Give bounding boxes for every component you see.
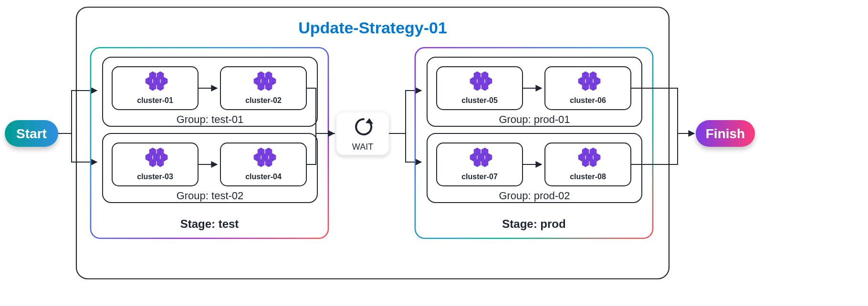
cluster-02: cluster-02 — [220, 67, 306, 110]
connector-wait-to-prod — [389, 91, 421, 162]
start-pill: Start — [5, 120, 58, 147]
cluster-label: cluster-07 — [461, 173, 498, 181]
group-label-prod-01: Group: prod-01 — [499, 113, 570, 125]
diagram-canvas: Update-Strategy-01 Stage: test Group: te… — [0, 0, 868, 306]
group-label-prod-02: Group: prod-02 — [499, 190, 570, 202]
cluster-06: cluster-06 — [545, 67, 631, 110]
cluster-label: cluster-06 — [570, 96, 606, 104]
cluster-icon — [470, 71, 492, 91]
start-label: Start — [16, 126, 47, 141]
group-label-test-01: Group: test-01 — [177, 113, 244, 125]
stage-label-prod: Stage: prod — [502, 217, 565, 230]
stage-prod: Stage: prod Group: prod-01 cluster-05 cl… — [415, 48, 653, 238]
strategy-title: Update-Strategy-01 — [298, 19, 447, 37]
cluster-label: cluster-04 — [245, 173, 282, 181]
stage-test: Stage: test Group: test-01 cluster-01 cl… — [91, 48, 328, 238]
cluster-icon — [146, 148, 167, 167]
cluster-icon — [254, 148, 276, 167]
cluster-03: cluster-03 — [112, 143, 198, 186]
group-prod-01: Group: prod-01 cluster-05 cluster-06 — [427, 57, 642, 126]
finish-label: Finish — [706, 126, 745, 141]
wait-label: WAIT — [352, 142, 373, 152]
wait-card: WAIT — [336, 112, 389, 155]
group-prod-02: Group: prod-02 cluster-07 cluster-08 — [427, 133, 642, 203]
group-test-02: Group: test-02 cluster-03 cluster-04 — [103, 133, 317, 203]
stage-label-test: Stage: test — [180, 217, 239, 230]
cluster-label: cluster-03 — [137, 173, 173, 181]
cluster-label: cluster-02 — [245, 96, 282, 104]
cluster-08: cluster-08 — [545, 143, 631, 186]
cluster-label: cluster-08 — [570, 173, 606, 181]
cluster-icon — [578, 71, 600, 91]
cluster-icon — [254, 71, 276, 91]
cluster-label: cluster-05 — [461, 96, 498, 104]
cluster-icon — [470, 148, 492, 167]
cluster-icon — [578, 148, 600, 167]
cluster-07: cluster-07 — [437, 143, 523, 186]
group-label-test-02: Group: test-02 — [177, 190, 244, 202]
cluster-04: cluster-04 — [220, 143, 306, 186]
finish-pill: Finish — [696, 120, 755, 147]
cluster-05: cluster-05 — [437, 67, 523, 110]
connector-prod-to-finish — [631, 88, 694, 164]
cluster-icon — [146, 71, 167, 91]
group-test-01: Group: test-01 cluster-01 cluster-02 — [103, 57, 317, 126]
cluster-01: cluster-01 — [112, 67, 198, 110]
cluster-label: cluster-01 — [137, 96, 173, 104]
